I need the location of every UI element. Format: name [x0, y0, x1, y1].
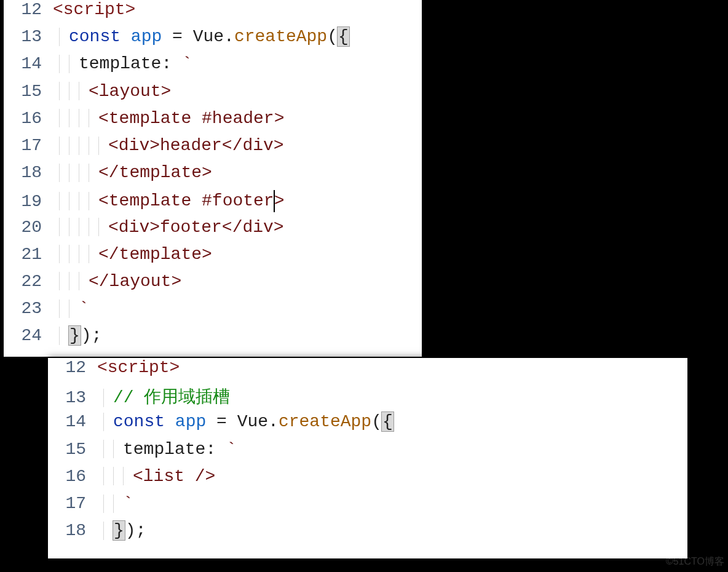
code-content[interactable]: </template> [53, 163, 422, 182]
code-content[interactable]: template: ` [97, 440, 687, 459]
line-number: 22 [4, 272, 53, 291]
code-line[interactable]: 13// 作用域插槽 [48, 385, 687, 412]
code-content[interactable]: ` [97, 494, 687, 513]
code-token: template [123, 440, 205, 459]
indent-guide [89, 137, 89, 155]
code-token [162, 27, 172, 46]
code-line[interactable]: 12<script> [48, 358, 687, 385]
code-line[interactable]: 23` [4, 299, 422, 326]
code-line[interactable]: 18}); [48, 521, 687, 548]
code-line[interactable]: 13const app = Vue.createApp({ [4, 27, 422, 54]
code-content[interactable]: <div>footer</div> [53, 218, 422, 237]
code-content[interactable]: <div>header</div> [53, 136, 422, 155]
code-token: // 作用域插槽 [113, 388, 230, 407]
indent-guide [59, 82, 60, 100]
code-token [183, 27, 193, 46]
code-line[interactable]: 24}); [4, 326, 422, 353]
line-number: 19 [4, 192, 53, 211]
indent-guide [59, 55, 60, 73]
code-token: . [268, 412, 279, 431]
indent-guide [113, 495, 114, 513]
code-line[interactable]: 20<div>footer</div> [4, 218, 422, 245]
code-token: { [337, 26, 350, 47]
code-content[interactable]: <template #header> [53, 109, 422, 128]
code-token: ; [92, 326, 102, 345]
indent-guide [79, 192, 79, 210]
indent-guide [123, 467, 124, 485]
indent-guide [69, 245, 69, 263]
code-token: <layout> [89, 82, 171, 101]
code-content[interactable]: }); [53, 326, 422, 345]
indent-guide [79, 109, 79, 127]
indent-guide [69, 109, 69, 127]
code-content[interactable]: const app = Vue.createApp({ [53, 27, 422, 46]
code-token: = [216, 412, 227, 431]
code-token: <div>header</div> [108, 136, 284, 155]
code-token: createApp [234, 27, 327, 46]
code-token: ) [81, 326, 92, 345]
code-content[interactable]: <list /> [97, 467, 687, 486]
code-line[interactable]: 16<template #header> [4, 109, 422, 136]
indent-guide [59, 109, 60, 127]
indent-guide [59, 272, 60, 290]
code-token: ` [226, 440, 237, 459]
code-token: </layout> [89, 272, 181, 291]
code-line[interactable]: 18</template> [4, 163, 422, 190]
code-line[interactable]: 19<template #footer> [4, 190, 422, 217]
indent-guide [79, 218, 79, 236]
code-content[interactable]: template: ` [53, 54, 422, 73]
code-token: . [224, 27, 234, 46]
code-token: ( [371, 412, 382, 431]
indent-guide [69, 218, 69, 236]
line-number: 23 [4, 299, 53, 318]
code-token [206, 412, 216, 431]
code-content[interactable]: // 作用域插槽 [97, 385, 687, 408]
code-editor-pane-1[interactable]: 12<script>13const app = Vue.createApp({1… [4, 0, 422, 357]
code-line[interactable]: 14const app = Vue.createApp({ [48, 412, 687, 439]
code-content[interactable]: </layout> [53, 272, 422, 291]
code-line[interactable]: 16<list /> [48, 467, 687, 494]
code-token: </template> [98, 245, 212, 264]
code-line[interactable]: 12<script> [4, 0, 422, 27]
indent-guide [103, 413, 104, 431]
indent-guide [59, 218, 60, 236]
code-token: } [68, 325, 81, 346]
code-content[interactable]: </template> [53, 245, 422, 264]
code-line[interactable]: 21</template> [4, 245, 422, 272]
code-line[interactable]: 17` [48, 494, 687, 521]
indent-guide [69, 192, 69, 210]
code-content[interactable]: <layout> [53, 82, 422, 101]
line-number: 18 [48, 521, 97, 540]
indent-guide [59, 245, 60, 263]
indent-guide [103, 467, 104, 485]
line-number: 15 [48, 440, 97, 459]
code-content[interactable]: ` [53, 299, 422, 318]
line-number: 24 [4, 326, 53, 345]
code-line[interactable]: 17<div>header</div> [4, 136, 422, 163]
code-token [121, 27, 131, 46]
indent-guide [69, 55, 69, 73]
code-content[interactable]: const app = Vue.createApp({ [97, 412, 687, 431]
code-content[interactable]: <template #footer> [53, 190, 422, 212]
indent-guide [69, 272, 69, 290]
indent-guide [89, 218, 89, 236]
code-content[interactable]: <script> [97, 358, 687, 377]
code-token: <script> [97, 358, 180, 377]
code-content[interactable]: }); [97, 521, 687, 540]
line-number: 13 [48, 388, 97, 407]
code-line[interactable]: 22</layout> [4, 272, 422, 299]
code-editor-pane-2[interactable]: 12<script>13// 作用域插槽14const app = Vue.cr… [48, 358, 687, 558]
line-number: 14 [4, 54, 53, 73]
code-token: ` [79, 299, 89, 318]
code-token: <template #header> [98, 109, 284, 128]
line-number: 12 [4, 0, 53, 19]
indent-guide [59, 300, 60, 318]
code-line[interactable]: 14template: ` [4, 54, 422, 81]
indent-guide [89, 245, 89, 263]
indent-guide [103, 495, 104, 513]
code-content[interactable]: <script> [53, 0, 422, 19]
code-line[interactable]: 15<layout> [4, 82, 422, 109]
indent-guide [79, 82, 79, 100]
line-number: 20 [4, 218, 53, 237]
code-line[interactable]: 15template: ` [48, 440, 687, 467]
